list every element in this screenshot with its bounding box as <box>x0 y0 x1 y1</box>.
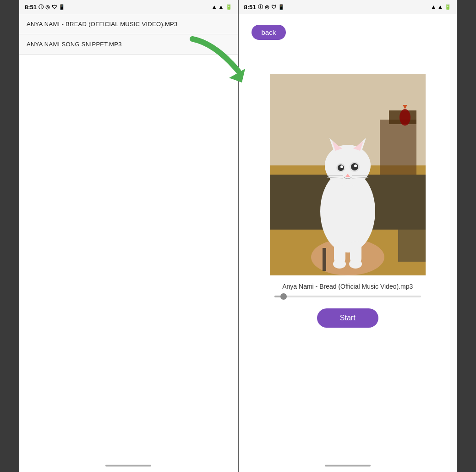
back-button[interactable]: back <box>252 25 286 40</box>
right-status-right: ▲ ▲ 🔋 <box>431 4 451 10</box>
svg-point-11 <box>325 145 371 186</box>
right-time-text: 8:51 <box>244 4 256 11</box>
battery-icon-r: 🔋 <box>444 4 451 10</box>
location-icon-r: ◎ <box>265 4 269 10</box>
svg-rect-5 <box>380 120 416 175</box>
right-status-bar: 8:51 ⓘ ◎ 🛡 📱 ▲ ▲ 🔋 <box>239 0 457 14</box>
svg-rect-32 <box>398 230 426 262</box>
svg-point-7 <box>399 109 410 126</box>
left-time: 8:51 ⓘ ◎ 🛡 📱 <box>25 4 65 11</box>
track-name: Anya Nami - Bread (Official Music Video)… <box>282 283 413 290</box>
phone-icon-r: 📱 <box>278 4 285 10</box>
info-icon: ⓘ <box>38 4 44 11</box>
right-header: back <box>239 14 457 51</box>
left-status-right: ▲ ▲ 🔋 <box>212 4 232 10</box>
wifi-icon: ▲ <box>212 4 217 10</box>
location-icon: ◎ <box>45 4 50 10</box>
screens-wrapper: 8:51 ⓘ ◎ 🛡 📱 ▲ ▲ 🔋 ANYA NAMI - BREAD (OF… <box>0 0 476 472</box>
list-item[interactable]: ANYA NAMI SONG SNIPPET.MP3 <box>19 34 238 55</box>
svg-point-20 <box>340 165 343 168</box>
right-time: 8:51 ⓘ ◎ 🛡 📱 <box>244 4 285 11</box>
left-home-indicator <box>105 465 151 467</box>
shield-icon: 🛡 <box>52 4 57 10</box>
battery-icon: 🔋 <box>225 4 232 10</box>
phone-icon: 📱 <box>59 4 65 10</box>
svg-point-29 <box>333 259 346 269</box>
left-time-text: 8:51 <box>25 4 37 11</box>
left-status-bar: 8:51 ⓘ ◎ 🛡 📱 ▲ ▲ 🔋 <box>19 0 238 14</box>
info-icon-r: ⓘ <box>258 4 263 11</box>
shield-icon-r: 🛡 <box>271 4 276 10</box>
svg-rect-31 <box>323 248 326 271</box>
signal-icon-r: ▲ <box>438 4 443 10</box>
left-screen: 8:51 ⓘ ◎ 🛡 📱 ▲ ▲ 🔋 ANYA NAMI - BREAD (OF… <box>19 0 238 472</box>
album-art <box>270 74 426 275</box>
list-item[interactable]: ANYA NAMI - BREAD (OFFICIAL MUSIC VIDEO)… <box>19 14 238 34</box>
right-screen: 8:51 ⓘ ◎ 🛡 📱 ▲ ▲ 🔋 back <box>239 0 457 472</box>
right-home-indicator <box>325 465 371 467</box>
progress-thumb[interactable] <box>280 293 287 300</box>
file-list: ANYA NAMI - BREAD (OFFICIAL MUSIC VIDEO)… <box>19 14 238 55</box>
svg-point-21 <box>354 165 357 167</box>
signal-icon: ▲ <box>219 4 224 10</box>
svg-point-30 <box>349 259 362 269</box>
progress-bar[interactable] <box>274 296 421 297</box>
wifi-icon-r: ▲ <box>431 4 436 10</box>
start-button[interactable]: Start <box>317 308 378 328</box>
